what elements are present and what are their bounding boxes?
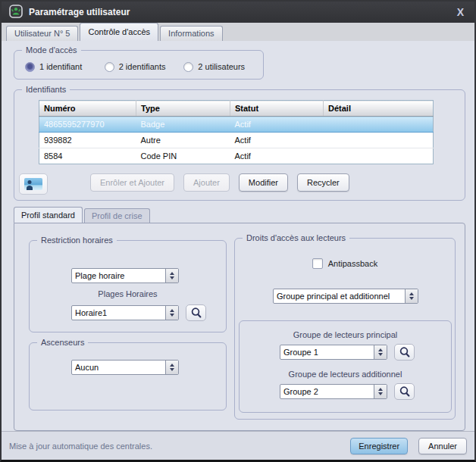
user-icon bbox=[9, 5, 23, 20]
enregistrer-button[interactable]: Enregistrer bbox=[350, 438, 408, 454]
updown-spinner-icon[interactable] bbox=[165, 306, 178, 320]
cell-numero: 4865595277970 bbox=[39, 117, 136, 133]
combo-value: Plage horaire bbox=[72, 269, 165, 283]
footer-actions: Enregistrer Annuler bbox=[350, 438, 467, 454]
antipassback-checkbox[interactable] bbox=[312, 258, 323, 269]
cell-detail bbox=[324, 133, 434, 148]
close-icon[interactable]: X bbox=[454, 6, 467, 18]
updown-spinner-icon[interactable] bbox=[374, 385, 387, 398]
tab-utilisateur[interactable]: Utilisateur N° 5 bbox=[6, 26, 78, 41]
horaire-search-button[interactable] bbox=[186, 304, 206, 321]
tab-profil-crise[interactable]: Profil de crise bbox=[84, 208, 150, 223]
col-detail[interactable]: Détail bbox=[324, 101, 434, 117]
identifiants-actions: Enrôler et Ajouter Ajouter Modifier Recy… bbox=[90, 173, 349, 192]
cell-numero: 8584 bbox=[39, 148, 136, 164]
profile-tab-bar: Profil standard Profil de crise bbox=[14, 207, 152, 223]
user-settings-dialog: Paramétrage utilisateur X Utilisateur N°… bbox=[0, 0, 476, 462]
radio-1-identifiant[interactable]: 1 identifiant bbox=[25, 62, 105, 72]
combo-value: Horaire1 bbox=[72, 306, 165, 320]
identifiants-group: Identifiants Numéro Type Statut Détail 4… bbox=[14, 89, 465, 201]
groupe-principal-search-button[interactable] bbox=[394, 344, 415, 361]
combo-value: Groupe 1 bbox=[280, 345, 374, 359]
cell-type: Badge bbox=[136, 117, 230, 133]
horaire-combo[interactable]: Horaire1 bbox=[71, 305, 179, 320]
main-tab-bar: Utilisateur N° 5 Contrôle d'accès Inform… bbox=[2, 23, 474, 41]
cell-numero: 939882 bbox=[39, 133, 136, 148]
status-text: Mise à jour automatique des centrales. bbox=[9, 442, 152, 451]
groupe-additionnel-label: Groupe de lecteurs additionnel bbox=[240, 370, 451, 379]
magnifier-icon bbox=[399, 346, 411, 358]
table-row[interactable]: 4865595277970 Badge Actif bbox=[39, 117, 434, 133]
groupes-lecteurs-box: Groupe de lecteurs principal Groupe 1 Gr… bbox=[239, 320, 452, 413]
identifiants-title: Identifiants bbox=[22, 85, 70, 94]
updown-spinner-icon[interactable] bbox=[405, 289, 418, 303]
antipassback-label: Antipassback bbox=[328, 259, 377, 268]
col-numero[interactable]: Numéro bbox=[39, 101, 136, 117]
updown-spinner-icon[interactable] bbox=[165, 361, 178, 374]
cell-type: Code PIN bbox=[136, 148, 230, 164]
table-header-row: Numéro Type Statut Détail bbox=[39, 101, 434, 117]
cell-statut: Actif bbox=[230, 117, 324, 133]
combo-value: Groupe 2 bbox=[280, 385, 374, 398]
groupe-additionnel-combo[interactable]: Groupe 2 bbox=[280, 384, 387, 399]
cell-detail bbox=[324, 117, 434, 133]
radio-unselected-icon bbox=[105, 62, 114, 72]
profil-standard-panel: Restriction horaires Plage horaire Plage… bbox=[14, 223, 465, 431]
mode-acces-title: Mode d'accès bbox=[22, 45, 81, 55]
table-row[interactable]: 8584 Code PIN Actif bbox=[39, 148, 434, 164]
cell-statut: Actif bbox=[230, 148, 324, 164]
droits-acces-title: Droits d'accès aux lecteurs bbox=[243, 233, 349, 242]
cell-type: Autre bbox=[136, 133, 230, 148]
updown-spinner-icon[interactable] bbox=[165, 269, 178, 283]
recycler-button[interactable]: Recycler bbox=[297, 173, 349, 192]
ascenseurs-title: Ascenseurs bbox=[37, 338, 88, 347]
mode-acces-options: 1 identifiant 2 identifiants 2 utilisate… bbox=[14, 51, 263, 79]
modifier-button[interactable]: Modifier bbox=[239, 173, 288, 192]
table-row[interactable]: 939882 Autre Actif bbox=[39, 133, 434, 148]
window-title: Paramétrage utilisateur bbox=[29, 7, 130, 17]
groupe-mode-combo[interactable]: Groupe principal et additionnel bbox=[273, 289, 418, 304]
droits-acces-group: Droits d'accès aux lecteurs Antipassback… bbox=[234, 238, 456, 420]
tab-controle-acces[interactable]: Contrôle d'accès bbox=[80, 23, 158, 41]
badge-photo-button[interactable] bbox=[19, 173, 48, 195]
tab-informations[interactable]: Informations bbox=[160, 26, 223, 41]
radio-label: 2 identifiants bbox=[119, 62, 166, 71]
radio-2-identifiants[interactable]: 2 identifiants bbox=[105, 62, 184, 72]
annuler-button[interactable]: Annuler bbox=[418, 438, 467, 454]
tab-profil-standard[interactable]: Profil standard bbox=[14, 207, 83, 223]
groupe-principal-combo[interactable]: Groupe 1 bbox=[280, 345, 387, 360]
restriction-horaires-group: Restriction horaires Plage horaire Plage… bbox=[29, 240, 227, 332]
col-type[interactable]: Type bbox=[136, 101, 230, 117]
magnifier-icon bbox=[190, 307, 202, 319]
groupe-principal-row: Groupe 1 bbox=[280, 344, 415, 361]
plage-type-combo[interactable]: Plage horaire bbox=[71, 268, 179, 283]
combo-value: Groupe principal et additionnel bbox=[274, 289, 405, 303]
ascenseurs-group: Ascenseurs Aucun bbox=[29, 342, 227, 410]
title-bar: Paramétrage utilisateur X bbox=[2, 2, 474, 23]
magnifier-icon bbox=[399, 386, 411, 398]
groupe-principal-label: Groupe de lecteurs principal bbox=[240, 330, 451, 339]
radio-label: 1 identifiant bbox=[39, 62, 82, 71]
radio-2-utilisateurs[interactable]: 2 utilisateurs bbox=[183, 62, 263, 72]
enroler-ajouter-button[interactable]: Enrôler et Ajouter bbox=[90, 173, 174, 192]
restriction-horaires-title: Restriction horaires bbox=[37, 236, 117, 245]
ajouter-button[interactable]: Ajouter bbox=[183, 173, 230, 192]
identifiants-table: Numéro Type Statut Détail 4865595277970 … bbox=[39, 100, 434, 164]
ascenseurs-combo[interactable]: Aucun bbox=[71, 360, 179, 375]
footer-bar: Mise à jour automatique des centrales. E… bbox=[2, 431, 474, 460]
cell-detail bbox=[324, 148, 434, 164]
updown-spinner-icon[interactable] bbox=[374, 345, 387, 359]
antipassback-row: Antipassback bbox=[235, 258, 455, 269]
radio-label: 2 utilisateurs bbox=[198, 62, 245, 71]
plages-horaires-label: Plages Horaires bbox=[30, 289, 226, 298]
badge-photo-icon bbox=[24, 178, 42, 190]
groupe-additionnel-search-button[interactable] bbox=[394, 383, 415, 400]
col-statut[interactable]: Statut bbox=[230, 101, 324, 117]
plage-horaire-row: Horaire1 bbox=[71, 304, 206, 321]
combo-value: Aucun bbox=[72, 361, 165, 374]
radio-unselected-icon bbox=[183, 62, 193, 72]
groupe-additionnel-row: Groupe 2 bbox=[280, 383, 415, 400]
mode-acces-group: Mode d'accès 1 identifiant 2 identifiant… bbox=[14, 50, 264, 80]
radio-selected-icon bbox=[25, 62, 35, 72]
cell-statut: Actif bbox=[230, 133, 324, 148]
